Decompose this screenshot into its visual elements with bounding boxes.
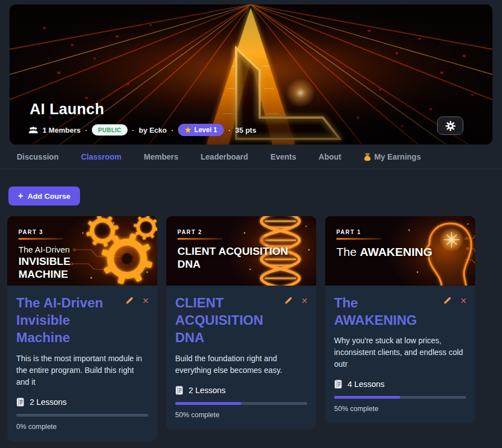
pencil-icon xyxy=(443,296,452,305)
part-label: PART 1 xyxy=(336,229,462,235)
book-icon xyxy=(334,380,343,389)
close-icon: ✕ xyxy=(301,296,308,305)
add-course-label: Add Course xyxy=(27,192,71,200)
tab-leaderboard[interactable]: Leaderboard xyxy=(201,152,248,161)
delete-course-button[interactable]: ✕ xyxy=(301,297,308,305)
course-thumbnail: PART 3 The AI-Driven INVISIBLE MACHINE xyxy=(7,216,157,286)
part-label: PART 2 xyxy=(177,229,292,235)
course-actions: ✕ xyxy=(125,296,149,305)
lessons-count: 2 Lessons xyxy=(189,386,226,395)
meta-separator: · xyxy=(171,126,173,134)
lessons-count: 4 Lessons xyxy=(348,380,384,389)
course-actions: ✕ xyxy=(443,296,467,305)
tabs-divider xyxy=(0,169,502,169)
meta-separator: · xyxy=(132,126,134,134)
course-thumbnail: PART 2 CLIENT ACQUISITION DNA xyxy=(166,216,316,286)
thumbnail-text: PART 2 CLIENT ACQUISITION DNA xyxy=(177,229,292,270)
course-card-body: The AI-Driven Invisible Machine ✕ This i… xyxy=(7,286,157,441)
lessons-row: 2 Lessons xyxy=(175,386,307,395)
lessons-row: 4 Lessons xyxy=(334,380,466,389)
tab-classroom[interactable]: Classroom xyxy=(81,152,121,161)
members-icon xyxy=(29,127,38,134)
course-thumbnail: PART 1 The AWAKENING xyxy=(325,216,475,286)
thumbnail-text: PART 1 The AWAKENING xyxy=(336,229,462,259)
part-label: PART 3 xyxy=(18,229,94,235)
course-card-body: CLIENT ACQUISITION DNA ✕ Build the found… xyxy=(166,286,316,430)
level-badge[interactable]: Level 1 xyxy=(178,124,224,136)
settings-button[interactable] xyxy=(437,116,463,135)
members-count: 1 Members xyxy=(43,126,81,134)
points-label: 35 pts xyxy=(235,126,256,134)
course-card-invisible-machine[interactable]: PART 3 The AI-Driven INVISIBLE MACHINE T… xyxy=(7,216,157,441)
tab-my-earnings-label: My Earnings xyxy=(374,152,421,161)
edit-course-button[interactable] xyxy=(125,296,134,305)
book-icon xyxy=(16,398,25,407)
progress-fill xyxy=(334,396,400,399)
book-icon xyxy=(175,386,184,395)
course-description: Build the foundation right and everythin… xyxy=(175,353,307,376)
progress-bar xyxy=(16,414,148,417)
progress-bar xyxy=(334,396,466,399)
level-label: Level 1 xyxy=(194,126,217,134)
edit-course-button[interactable] xyxy=(443,296,452,305)
delete-course-button[interactable]: ✕ xyxy=(142,297,149,305)
close-icon: ✕ xyxy=(460,296,467,305)
part-underline xyxy=(336,238,381,240)
lessons-row: 2 Lessons xyxy=(16,398,148,407)
community-author: by Ecko xyxy=(139,126,167,134)
gear-icon xyxy=(445,121,456,131)
money-bag-icon xyxy=(364,153,371,161)
pencil-icon xyxy=(125,296,134,305)
community-nav-tabs: Discussion Classroom Members Leaderboard… xyxy=(0,145,502,169)
progress-fill xyxy=(175,402,241,405)
meta-separator: · xyxy=(85,126,87,134)
thumbnail-text: PART 3 The AI-Driven INVISIBLE MACHINE xyxy=(18,229,94,281)
course-description: Why you're stuck at low prices, inconsis… xyxy=(334,335,466,370)
course-actions: ✕ xyxy=(284,296,308,305)
edit-course-button[interactable] xyxy=(284,296,293,305)
course-card-the-awakening[interactable]: PART 1 The AWAKENING The AWAKENING ✕ Why… xyxy=(325,216,475,423)
course-card-client-acquisition-dna[interactable]: PART 2 CLIENT ACQUISITION DNA CLIENT ACQ… xyxy=(166,216,316,430)
part-underline xyxy=(18,238,63,240)
community-meta: 1 Members · PUBLIC · by Ecko · Level 1 ·… xyxy=(29,124,256,136)
course-description: This is the most important module in the… xyxy=(16,353,148,388)
community-banner: AI Launch 1 Members · PUBLIC · by Ecko ·… xyxy=(10,4,492,144)
part-underline xyxy=(177,238,222,240)
tab-members[interactable]: Members xyxy=(144,152,178,161)
course-card-body: The AWAKENING ✕ Why you're stuck at low … xyxy=(325,286,475,423)
tab-events[interactable]: Events xyxy=(270,152,296,161)
meta-separator: · xyxy=(228,126,231,134)
progress-label: 0% complete xyxy=(16,423,148,431)
star-icon xyxy=(185,127,191,133)
delete-course-button[interactable]: ✕ xyxy=(460,297,467,305)
add-course-button[interactable]: + Add Course xyxy=(8,186,80,206)
tab-about[interactable]: About xyxy=(318,152,341,161)
thumbnail-title: The AWAKENING xyxy=(336,245,462,259)
pencil-icon xyxy=(284,296,293,305)
progress-label: 50% complete xyxy=(175,411,307,419)
visibility-badge: PUBLIC xyxy=(92,124,127,136)
community-title: AI Launch xyxy=(30,101,104,118)
thumbnail-title: CLIENT ACQUISITION DNA xyxy=(177,245,292,270)
close-icon: ✕ xyxy=(142,296,149,305)
course-grid: PART 3 The AI-Driven INVISIBLE MACHINE T… xyxy=(7,216,502,441)
progress-label: 50% complete xyxy=(334,405,466,413)
progress-bar xyxy=(175,402,307,405)
thumbnail-title: The AI-Driven INVISIBLE MACHINE xyxy=(18,245,94,281)
tab-my-earnings[interactable]: My Earnings xyxy=(364,152,421,161)
lessons-count: 2 Lessons xyxy=(30,398,67,407)
tab-discussion[interactable]: Discussion xyxy=(17,152,59,161)
plus-icon: + xyxy=(18,192,23,200)
